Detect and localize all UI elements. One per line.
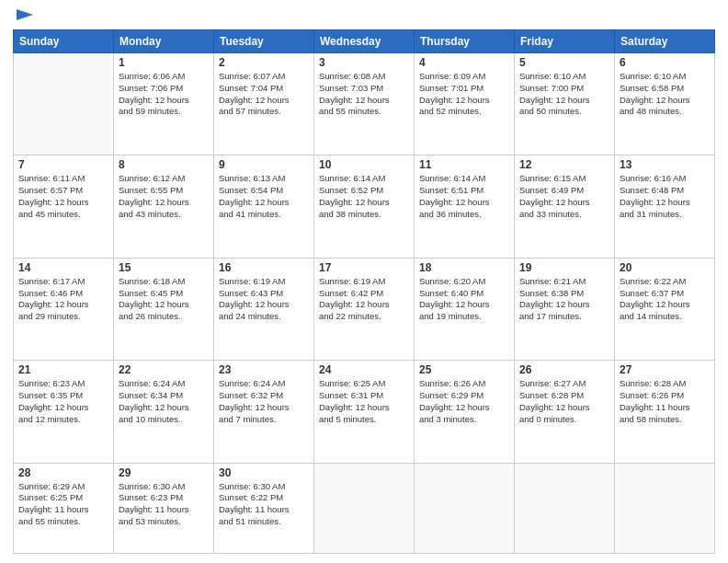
page: SundayMondayTuesdayWednesdayThursdayFrid… [0, 0, 728, 563]
cell-info: Sunrise: 6:30 AMSunset: 6:23 PMDaylight:… [119, 481, 209, 528]
calendar-cell: 27Sunrise: 6:28 AMSunset: 6:26 PMDayligh… [615, 361, 715, 463]
calendar-cell: 8Sunrise: 6:12 AMSunset: 6:55 PMDaylight… [114, 155, 214, 258]
cell-info: Sunrise: 6:18 AMSunset: 6:45 PMDaylight:… [119, 276, 209, 323]
calendar-cell: 15Sunrise: 6:18 AMSunset: 6:45 PMDayligh… [114, 258, 214, 360]
cell-info: Sunrise: 6:09 AMSunset: 7:01 PMDaylight:… [419, 71, 509, 118]
cell-info: Sunrise: 6:24 AMSunset: 6:32 PMDaylight:… [219, 378, 309, 425]
day-number: 17 [319, 261, 409, 274]
cell-info: Sunrise: 6:06 AMSunset: 7:06 PMDaylight:… [119, 71, 209, 118]
day-number: 19 [519, 261, 609, 274]
cell-info: Sunrise: 6:11 AMSunset: 6:57 PMDaylight:… [18, 173, 108, 220]
calendar-cell: 12Sunrise: 6:15 AMSunset: 6:49 PMDayligh… [515, 155, 615, 258]
calendar-cell: 29Sunrise: 6:30 AMSunset: 6:23 PMDayligh… [114, 463, 214, 553]
day-header-friday: Friday [515, 30, 615, 53]
day-number: 24 [319, 363, 409, 376]
calendar-cell: 11Sunrise: 6:14 AMSunset: 6:51 PMDayligh… [415, 155, 515, 258]
cell-info: Sunrise: 6:10 AMSunset: 7:00 PMDaylight:… [519, 71, 609, 118]
calendar-cell: 2Sunrise: 6:07 AMSunset: 7:04 PMDaylight… [214, 53, 314, 155]
calendar-cell: 20Sunrise: 6:22 AMSunset: 6:37 PMDayligh… [615, 258, 715, 360]
calendar-cell: 1Sunrise: 6:06 AMSunset: 7:06 PMDaylight… [114, 53, 214, 155]
day-header-wednesday: Wednesday [314, 30, 415, 53]
calendar-cell: 3Sunrise: 6:08 AMSunset: 7:03 PMDaylight… [314, 53, 415, 155]
calendar-cell: 10Sunrise: 6:14 AMSunset: 6:52 PMDayligh… [314, 155, 415, 258]
calendar-week-row: 21Sunrise: 6:23 AMSunset: 6:35 PMDayligh… [14, 361, 715, 463]
day-number: 27 [620, 363, 710, 376]
cell-info: Sunrise: 6:19 AMSunset: 6:43 PMDaylight:… [219, 276, 309, 323]
calendar-cell: 19Sunrise: 6:21 AMSunset: 6:38 PMDayligh… [515, 258, 615, 360]
calendar-body: 1Sunrise: 6:06 AMSunset: 7:06 PMDaylight… [14, 53, 715, 554]
calendar-cell [14, 53, 114, 155]
calendar-week-row: 7Sunrise: 6:11 AMSunset: 6:57 PMDaylight… [14, 155, 715, 258]
cell-info: Sunrise: 6:17 AMSunset: 6:46 PMDaylight:… [18, 276, 108, 323]
day-number: 13 [620, 158, 710, 171]
day-number: 12 [519, 158, 609, 171]
cell-info: Sunrise: 6:12 AMSunset: 6:55 PMDaylight:… [119, 173, 209, 220]
cell-info: Sunrise: 6:29 AMSunset: 6:25 PMDaylight:… [18, 481, 108, 528]
calendar-cell: 17Sunrise: 6:19 AMSunset: 6:42 PMDayligh… [314, 258, 415, 360]
cell-info: Sunrise: 6:25 AMSunset: 6:31 PMDaylight:… [319, 378, 409, 425]
cell-info: Sunrise: 6:23 AMSunset: 6:35 PMDaylight:… [18, 378, 108, 425]
calendar-cell: 4Sunrise: 6:09 AMSunset: 7:01 PMDaylight… [415, 53, 515, 155]
calendar-cell: 25Sunrise: 6:26 AMSunset: 6:29 PMDayligh… [415, 361, 515, 463]
cell-info: Sunrise: 6:14 AMSunset: 6:52 PMDaylight:… [319, 173, 409, 220]
day-number: 29 [119, 466, 209, 479]
calendar-cell: 21Sunrise: 6:23 AMSunset: 6:35 PMDayligh… [14, 361, 114, 463]
calendar-cell [415, 463, 515, 553]
cell-info: Sunrise: 6:22 AMSunset: 6:37 PMDaylight:… [620, 276, 710, 323]
cell-info: Sunrise: 6:30 AMSunset: 6:22 PMDaylight:… [219, 481, 309, 528]
cell-info: Sunrise: 6:20 AMSunset: 6:40 PMDaylight:… [419, 276, 509, 323]
day-number: 4 [419, 56, 509, 69]
day-header-tuesday: Tuesday [214, 30, 314, 53]
cell-info: Sunrise: 6:21 AMSunset: 6:38 PMDaylight:… [519, 276, 609, 323]
cell-info: Sunrise: 6:19 AMSunset: 6:42 PMDaylight:… [319, 276, 409, 323]
day-number: 26 [519, 363, 609, 376]
cell-info: Sunrise: 6:27 AMSunset: 6:28 PMDaylight:… [519, 378, 609, 425]
cell-info: Sunrise: 6:16 AMSunset: 6:48 PMDaylight:… [620, 173, 710, 220]
day-number: 18 [419, 261, 509, 274]
cell-info: Sunrise: 6:26 AMSunset: 6:29 PMDaylight:… [419, 378, 509, 425]
logo-flag-icon [15, 7, 35, 26]
day-number: 14 [18, 261, 108, 274]
day-number: 7 [18, 158, 108, 171]
day-number: 9 [219, 158, 309, 171]
cell-info: Sunrise: 6:28 AMSunset: 6:26 PMDaylight:… [620, 378, 710, 425]
day-number: 28 [18, 466, 108, 479]
cell-info: Sunrise: 6:24 AMSunset: 6:34 PMDaylight:… [119, 378, 209, 425]
day-number: 1 [119, 56, 209, 69]
day-number: 3 [319, 56, 409, 69]
calendar-header-row: SundayMondayTuesdayWednesdayThursdayFrid… [14, 30, 715, 53]
day-number: 20 [620, 261, 710, 274]
calendar-cell: 9Sunrise: 6:13 AMSunset: 6:54 PMDaylight… [214, 155, 314, 258]
day-header-saturday: Saturday [615, 30, 715, 53]
day-number: 10 [319, 158, 409, 171]
calendar-cell: 24Sunrise: 6:25 AMSunset: 6:31 PMDayligh… [314, 361, 415, 463]
calendar-week-row: 28Sunrise: 6:29 AMSunset: 6:25 PMDayligh… [14, 463, 715, 553]
logo [13, 9, 35, 22]
calendar-week-row: 14Sunrise: 6:17 AMSunset: 6:46 PMDayligh… [14, 258, 715, 360]
calendar-week-row: 1Sunrise: 6:06 AMSunset: 7:06 PMDaylight… [14, 53, 715, 155]
calendar-cell: 7Sunrise: 6:11 AMSunset: 6:57 PMDaylight… [14, 155, 114, 258]
svg-marker-0 [17, 9, 33, 20]
calendar: SundayMondayTuesdayWednesdayThursdayFrid… [13, 29, 715, 554]
cell-info: Sunrise: 6:15 AMSunset: 6:49 PMDaylight:… [519, 173, 609, 220]
calendar-cell: 13Sunrise: 6:16 AMSunset: 6:48 PMDayligh… [615, 155, 715, 258]
calendar-cell: 5Sunrise: 6:10 AMSunset: 7:00 PMDaylight… [515, 53, 615, 155]
calendar-cell: 16Sunrise: 6:19 AMSunset: 6:43 PMDayligh… [214, 258, 314, 360]
day-number: 2 [219, 56, 309, 69]
calendar-cell: 18Sunrise: 6:20 AMSunset: 6:40 PMDayligh… [415, 258, 515, 360]
day-number: 15 [119, 261, 209, 274]
calendar-cell [515, 463, 615, 553]
cell-info: Sunrise: 6:07 AMSunset: 7:04 PMDaylight:… [219, 71, 309, 118]
calendar-cell: 26Sunrise: 6:27 AMSunset: 6:28 PMDayligh… [515, 361, 615, 463]
cell-info: Sunrise: 6:14 AMSunset: 6:51 PMDaylight:… [419, 173, 509, 220]
header [13, 9, 715, 22]
day-number: 6 [620, 56, 710, 69]
day-number: 11 [419, 158, 509, 171]
calendar-cell [314, 463, 415, 553]
day-number: 8 [119, 158, 209, 171]
day-number: 21 [18, 363, 108, 376]
calendar-cell [615, 463, 715, 553]
day-number: 16 [219, 261, 309, 274]
day-number: 23 [219, 363, 309, 376]
cell-info: Sunrise: 6:10 AMSunset: 6:58 PMDaylight:… [620, 71, 710, 118]
